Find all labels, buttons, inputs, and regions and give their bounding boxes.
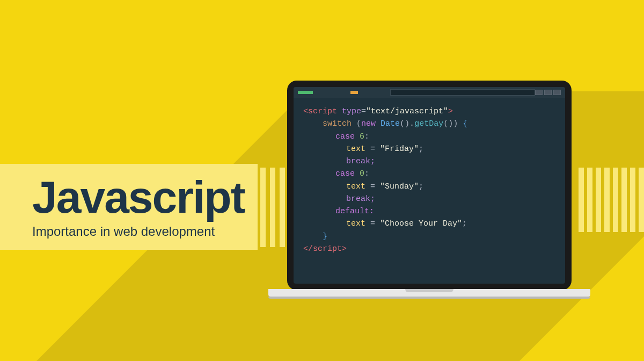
- laptop-screen-frame: <script type="text/javascript"> switch (…: [287, 81, 572, 290]
- code-line: text = "Sunday";: [303, 180, 555, 193]
- code-line: </script>: [303, 243, 555, 255]
- titlebar-accent-green: [298, 91, 313, 94]
- code-line: break;: [303, 155, 555, 168]
- titlebar-accent-orange: [350, 91, 358, 94]
- decorative-stripes-right: [579, 168, 644, 232]
- code-line: case 0:: [303, 168, 555, 180]
- code-line: text = "Choose Your Day";: [303, 218, 555, 230]
- main-title: Javascript: [32, 175, 258, 220]
- code-line: <script type="text/javascript">: [303, 105, 555, 118]
- code-line: switch (new Date().getDay()) {: [303, 118, 555, 130]
- code-line: }: [303, 230, 555, 243]
- code-line: text = "Friday";: [303, 143, 555, 155]
- window-controls: [535, 90, 561, 95]
- code-line: break;: [303, 193, 555, 205]
- minimize-icon: [535, 90, 543, 95]
- text-banner: Javascript Importance in web development: [0, 164, 258, 250]
- laptop-base: [268, 289, 590, 297]
- window-titlebar: [294, 87, 565, 98]
- code-line: default:: [303, 205, 555, 218]
- code-line: case 6:: [303, 131, 555, 143]
- laptop-screen: <script type="text/javascript"> switch (…: [294, 87, 565, 284]
- code-block: <script type="text/javascript"> switch (…: [294, 98, 565, 263]
- subtitle: Importance in web development: [32, 224, 258, 239]
- address-bar: [390, 89, 535, 96]
- laptop-illustration: <script type="text/javascript"> switch (…: [287, 81, 572, 297]
- maximize-icon: [544, 90, 552, 95]
- decorative-stripes-left: [260, 168, 285, 247]
- close-icon: [553, 90, 561, 95]
